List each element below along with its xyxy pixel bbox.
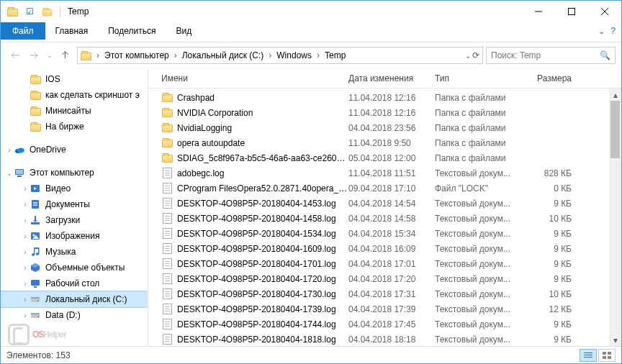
tab-file[interactable]: Файл	[1, 22, 45, 40]
crumb-thispc[interactable]: Этот компьютер	[103, 47, 171, 63]
tree-item-label: Музыка	[45, 247, 76, 257]
file-row[interactable]: DESKTOP-4O98P5P-20180404-1609.log 04.04.…	[148, 241, 609, 256]
navigation-pane[interactable]: IOS как сделать скриншот э Минисайты На …	[1, 68, 148, 346]
tree-item[interactable]: › Рабочий стол	[1, 276, 148, 291]
file-size: 9 КБ	[528, 319, 579, 329]
file-row[interactable]: NVIDIA Corporation 11.04.2018 12:16 Папк…	[148, 105, 609, 120]
expand-icon[interactable]: ›	[21, 217, 30, 224]
crumb-windows[interactable]: Windows	[275, 47, 313, 63]
file-row[interactable]: DESKTOP-4O98P5P-20180404-1730.log 04.04.…	[148, 286, 609, 301]
tab-home[interactable]: Главная	[45, 22, 99, 40]
ribbon-help-icon[interactable]: ?	[610, 26, 616, 36]
column-date[interactable]: Дата изменения	[348, 73, 435, 83]
tree-item[interactable]: › Видео	[1, 181, 148, 196]
crumb-temp[interactable]: Temp	[323, 47, 347, 63]
expand-icon[interactable]: ⌄	[5, 169, 14, 177]
tree-item-label: Видео	[45, 183, 71, 194]
crumb-drive[interactable]: Локальный диск (C:)	[181, 47, 266, 63]
tree-item[interactable]: › Документы	[1, 196, 148, 212]
file-row[interactable]: DESKTOP-4O98P5P-20180404-1818.log 04.04.…	[148, 332, 609, 346]
svg-rect-1	[569, 9, 575, 15]
address-root-icon[interactable]	[79, 47, 93, 63]
chevron-right-icon[interactable]: ›	[265, 50, 275, 60]
tree-item[interactable]: › Локальный диск (C:)	[1, 291, 148, 307]
expand-icon[interactable]: ›	[5, 146, 14, 154]
file-row[interactable]: DESKTOP-4O98P5P-20180404-1453.log 04.04.…	[148, 196, 609, 211]
tab-view[interactable]: Вид	[166, 22, 202, 40]
scroll-down-icon[interactable]: ▾	[609, 334, 621, 346]
column-name[interactable]: Имени	[161, 73, 348, 83]
column-size[interactable]: Размера	[528, 73, 579, 83]
close-button[interactable]	[588, 1, 621, 22]
expand-icon[interactable]: ›	[21, 280, 30, 288]
file-row[interactable]: opera autoupdate 11.04.2018 9:50 Папка с…	[148, 135, 609, 150]
minimize-button[interactable]	[522, 1, 555, 22]
tree-item[interactable]: Минисайты	[1, 103, 148, 119]
file-type: Текстовый докум...	[435, 168, 528, 178]
nav-recent-button[interactable]: ⌄	[44, 47, 55, 64]
ribbon-tabs: Файл Главная Поделиться Вид ⌄ ?	[1, 22, 621, 40]
address-bar[interactable]: › Этот компьютер › Локальный диск (C:) ›…	[77, 47, 483, 64]
nav-forward-button[interactable]: 🡢	[25, 47, 42, 64]
tree-item[interactable]: › Изображения	[1, 228, 148, 244]
file-row[interactable]: DESKTOP-4O98P5P-20180404-1720.log 04.04.…	[148, 271, 609, 286]
tree-item[interactable]: IOS	[1, 71, 148, 87]
desktop-icon	[30, 278, 41, 289]
tree-item[interactable]: ⌄ Этот компьютер	[1, 165, 148, 181]
view-icons-button[interactable]	[598, 349, 616, 362]
chevron-right-icon[interactable]: ›	[93, 50, 103, 60]
file-row[interactable]: DESKTOP-4O98P5P-20180404-1701.log 04.04.…	[148, 256, 609, 271]
column-type[interactable]: Тип	[435, 73, 528, 83]
expand-icon[interactable]: ›	[21, 248, 30, 256]
view-details-button[interactable]	[580, 349, 597, 362]
expand-icon[interactable]: ›	[21, 311, 30, 319]
file-name: SDIAG_5c8f967a-b5c5-46a6-aa63-ce260af...	[177, 153, 348, 163]
maximize-button[interactable]	[555, 1, 588, 22]
file-row[interactable]: DESKTOP-4O98P5P-20180404-1744.log 04.04.…	[148, 317, 609, 332]
file-row[interactable]: SDIAG_5c8f967a-b5c5-46a6-aa63-ce260af...…	[148, 150, 609, 165]
file-row[interactable]: DESKTOP-4O98P5P-20180404-1534.log 04.04.…	[148, 226, 609, 241]
file-row[interactable]: CProgram FilesOpera52.0.2871.40opera_a..…	[148, 181, 609, 196]
tree-item-label: Документы	[45, 199, 90, 209]
qat-properties-icon[interactable]: ☑	[24, 6, 35, 17]
tree-item[interactable]: › Музыка	[1, 244, 148, 260]
refresh-icon[interactable]: ⟳	[472, 50, 479, 60]
tree-item[interactable]: › Объемные объекты	[1, 260, 148, 276]
expand-icon[interactable]: ›	[21, 232, 30, 240]
file-date: 04.04.2018 16:09	[348, 244, 435, 254]
expand-icon[interactable]: ›	[21, 201, 30, 209]
file-row[interactable]: DESKTOP-4O98P5P-20180404-1739.log 04.04.…	[148, 301, 609, 317]
search-icon[interactable]: 🔍	[600, 50, 610, 60]
nav-back-button[interactable]: 🡠	[6, 47, 24, 64]
expand-icon[interactable]: ›	[21, 185, 30, 193]
qat-new-folder-icon[interactable]	[41, 6, 53, 17]
file-icon	[161, 198, 173, 209]
file-row[interactable]: adobegc.log 11.04.2018 11:51 Текстовый д…	[148, 165, 609, 181]
file-date: 11.04.2018 11:51	[348, 168, 435, 178]
tab-share[interactable]: Поделиться	[98, 22, 166, 40]
scroll-up-icon[interactable]: ▴	[609, 88, 621, 101]
tree-item[interactable]: › OneDrive	[1, 142, 148, 158]
file-row[interactable]: NvidiaLogging 04.04.2018 23:56 Папка с ф…	[148, 120, 609, 135]
nav-up-button[interactable]: 🡡	[57, 47, 74, 64]
address-dropdown-icon[interactable]: ⌄	[465, 52, 471, 60]
tree-item[interactable]: › Data (D:)	[1, 307, 148, 323]
chevron-right-icon[interactable]: ›	[313, 50, 323, 60]
file-name: DESKTOP-4O98P5P-20180404-1534.log	[177, 229, 336, 239]
expand-icon[interactable]: ›	[21, 296, 30, 304]
scroll-thumb[interactable]	[610, 101, 620, 158]
tree-item[interactable]: На бирже	[1, 119, 148, 135]
vertical-scrollbar[interactable]: ▴ ▾	[609, 88, 621, 346]
expand-icon[interactable]: ›	[21, 264, 30, 272]
search-input[interactable]: Поиск: Temp 🔍	[486, 47, 616, 64]
ribbon-expand-icon[interactable]: ⌄	[598, 27, 605, 36]
tree-item[interactable]: как сделать скриншот э	[1, 87, 148, 103]
docs-icon	[30, 199, 41, 210]
file-date: 09.04.2018 17:10	[348, 183, 435, 194]
tree-item[interactable]: › Загрузки	[1, 212, 148, 228]
file-type: Текстовый докум...	[435, 214, 528, 224]
file-size: 10 КБ	[528, 214, 579, 224]
file-row[interactable]: Crashpad 11.04.2018 12:16 Папка с файлам…	[148, 90, 609, 105]
file-row[interactable]: DESKTOP-4O98P5P-20180404-1458.log 04.04.…	[148, 211, 609, 226]
chevron-right-icon[interactable]: ›	[171, 50, 181, 60]
